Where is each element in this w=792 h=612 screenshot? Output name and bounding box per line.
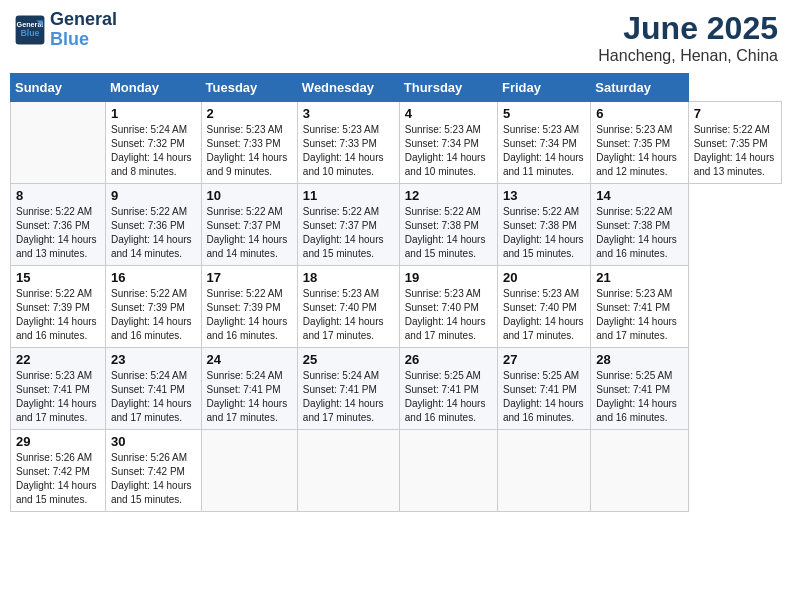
day-number: 26 bbox=[405, 352, 492, 367]
calendar-cell: 25Sunrise: 5:24 AMSunset: 7:41 PMDayligh… bbox=[297, 348, 399, 430]
calendar-cell bbox=[497, 430, 590, 512]
day-number: 19 bbox=[405, 270, 492, 285]
day-header-thursday: Thursday bbox=[399, 74, 497, 102]
day-info: Sunrise: 5:22 AMSunset: 7:38 PMDaylight:… bbox=[503, 205, 585, 261]
calendar-cell: 16Sunrise: 5:22 AMSunset: 7:39 PMDayligh… bbox=[105, 266, 201, 348]
calendar-cell: 24Sunrise: 5:24 AMSunset: 7:41 PMDayligh… bbox=[201, 348, 297, 430]
calendar-cell: 15Sunrise: 5:22 AMSunset: 7:39 PMDayligh… bbox=[11, 266, 106, 348]
calendar-cell: 4Sunrise: 5:23 AMSunset: 7:34 PMDaylight… bbox=[399, 102, 497, 184]
day-header-monday: Monday bbox=[105, 74, 201, 102]
calendar-table: SundayMondayTuesdayWednesdayThursdayFrid… bbox=[10, 73, 782, 512]
day-number: 30 bbox=[111, 434, 196, 449]
day-info: Sunrise: 5:24 AMSunset: 7:41 PMDaylight:… bbox=[111, 369, 196, 425]
logo-icon: General Blue bbox=[14, 14, 46, 46]
day-number: 17 bbox=[207, 270, 292, 285]
empty-cell bbox=[11, 102, 106, 184]
day-header-tuesday: Tuesday bbox=[201, 74, 297, 102]
calendar-cell: 21Sunrise: 5:23 AMSunset: 7:41 PMDayligh… bbox=[591, 266, 688, 348]
calendar-cell: 28Sunrise: 5:25 AMSunset: 7:41 PMDayligh… bbox=[591, 348, 688, 430]
day-number: 27 bbox=[503, 352, 585, 367]
day-info: Sunrise: 5:23 AMSunset: 7:40 PMDaylight:… bbox=[405, 287, 492, 343]
day-info: Sunrise: 5:24 AMSunset: 7:41 PMDaylight:… bbox=[303, 369, 394, 425]
calendar-week-1: 1Sunrise: 5:24 AMSunset: 7:32 PMDaylight… bbox=[11, 102, 782, 184]
page-title: June 2025 bbox=[598, 10, 778, 47]
calendar-cell: 26Sunrise: 5:25 AMSunset: 7:41 PMDayligh… bbox=[399, 348, 497, 430]
day-info: Sunrise: 5:23 AMSunset: 7:33 PMDaylight:… bbox=[207, 123, 292, 179]
calendar-cell: 6Sunrise: 5:23 AMSunset: 7:35 PMDaylight… bbox=[591, 102, 688, 184]
calendar-cell: 20Sunrise: 5:23 AMSunset: 7:40 PMDayligh… bbox=[497, 266, 590, 348]
calendar-cell: 13Sunrise: 5:22 AMSunset: 7:38 PMDayligh… bbox=[497, 184, 590, 266]
calendar-cell: 12Sunrise: 5:22 AMSunset: 7:38 PMDayligh… bbox=[399, 184, 497, 266]
calendar-header-row: SundayMondayTuesdayWednesdayThursdayFrid… bbox=[11, 74, 782, 102]
logo-text: General Blue bbox=[50, 10, 117, 50]
day-number: 5 bbox=[503, 106, 585, 121]
page-header: General Blue General Blue June 2025 Hanc… bbox=[10, 10, 782, 65]
calendar-cell: 30Sunrise: 5:26 AMSunset: 7:42 PMDayligh… bbox=[105, 430, 201, 512]
day-info: Sunrise: 5:25 AMSunset: 7:41 PMDaylight:… bbox=[596, 369, 682, 425]
day-number: 25 bbox=[303, 352, 394, 367]
day-number: 12 bbox=[405, 188, 492, 203]
day-info: Sunrise: 5:23 AMSunset: 7:40 PMDaylight:… bbox=[303, 287, 394, 343]
day-number: 20 bbox=[503, 270, 585, 285]
calendar-cell: 5Sunrise: 5:23 AMSunset: 7:34 PMDaylight… bbox=[497, 102, 590, 184]
logo: General Blue General Blue bbox=[14, 10, 117, 50]
calendar-cell: 10Sunrise: 5:22 AMSunset: 7:37 PMDayligh… bbox=[201, 184, 297, 266]
calendar-cell: 7Sunrise: 5:22 AMSunset: 7:35 PMDaylight… bbox=[688, 102, 781, 184]
day-number: 3 bbox=[303, 106, 394, 121]
calendar-cell: 19Sunrise: 5:23 AMSunset: 7:40 PMDayligh… bbox=[399, 266, 497, 348]
day-info: Sunrise: 5:23 AMSunset: 7:35 PMDaylight:… bbox=[596, 123, 682, 179]
calendar-cell: 14Sunrise: 5:22 AMSunset: 7:38 PMDayligh… bbox=[591, 184, 688, 266]
day-info: Sunrise: 5:22 AMSunset: 7:36 PMDaylight:… bbox=[111, 205, 196, 261]
day-info: Sunrise: 5:24 AMSunset: 7:32 PMDaylight:… bbox=[111, 123, 196, 179]
day-number: 2 bbox=[207, 106, 292, 121]
day-number: 21 bbox=[596, 270, 682, 285]
day-info: Sunrise: 5:22 AMSunset: 7:38 PMDaylight:… bbox=[405, 205, 492, 261]
day-info: Sunrise: 5:26 AMSunset: 7:42 PMDaylight:… bbox=[111, 451, 196, 507]
title-block: June 2025 Hancheng, Henan, China bbox=[598, 10, 778, 65]
day-info: Sunrise: 5:22 AMSunset: 7:37 PMDaylight:… bbox=[207, 205, 292, 261]
day-info: Sunrise: 5:22 AMSunset: 7:39 PMDaylight:… bbox=[207, 287, 292, 343]
day-number: 24 bbox=[207, 352, 292, 367]
calendar-cell: 18Sunrise: 5:23 AMSunset: 7:40 PMDayligh… bbox=[297, 266, 399, 348]
day-info: Sunrise: 5:23 AMSunset: 7:41 PMDaylight:… bbox=[16, 369, 100, 425]
day-number: 14 bbox=[596, 188, 682, 203]
day-header-saturday: Saturday bbox=[591, 74, 688, 102]
day-number: 4 bbox=[405, 106, 492, 121]
day-number: 7 bbox=[694, 106, 776, 121]
day-number: 29 bbox=[16, 434, 100, 449]
calendar-week-2: 8Sunrise: 5:22 AMSunset: 7:36 PMDaylight… bbox=[11, 184, 782, 266]
day-info: Sunrise: 5:24 AMSunset: 7:41 PMDaylight:… bbox=[207, 369, 292, 425]
calendar-cell bbox=[399, 430, 497, 512]
calendar-week-4: 22Sunrise: 5:23 AMSunset: 7:41 PMDayligh… bbox=[11, 348, 782, 430]
day-info: Sunrise: 5:23 AMSunset: 7:41 PMDaylight:… bbox=[596, 287, 682, 343]
calendar-week-3: 15Sunrise: 5:22 AMSunset: 7:39 PMDayligh… bbox=[11, 266, 782, 348]
day-info: Sunrise: 5:22 AMSunset: 7:35 PMDaylight:… bbox=[694, 123, 776, 179]
day-number: 18 bbox=[303, 270, 394, 285]
day-info: Sunrise: 5:22 AMSunset: 7:36 PMDaylight:… bbox=[16, 205, 100, 261]
day-number: 16 bbox=[111, 270, 196, 285]
svg-text:Blue: Blue bbox=[20, 28, 39, 38]
day-number: 1 bbox=[111, 106, 196, 121]
calendar-cell bbox=[591, 430, 688, 512]
calendar-cell: 3Sunrise: 5:23 AMSunset: 7:33 PMDaylight… bbox=[297, 102, 399, 184]
day-header-wednesday: Wednesday bbox=[297, 74, 399, 102]
day-number: 6 bbox=[596, 106, 682, 121]
calendar-cell bbox=[297, 430, 399, 512]
day-info: Sunrise: 5:26 AMSunset: 7:42 PMDaylight:… bbox=[16, 451, 100, 507]
calendar-cell: 22Sunrise: 5:23 AMSunset: 7:41 PMDayligh… bbox=[11, 348, 106, 430]
day-number: 23 bbox=[111, 352, 196, 367]
calendar-week-5: 29Sunrise: 5:26 AMSunset: 7:42 PMDayligh… bbox=[11, 430, 782, 512]
day-info: Sunrise: 5:23 AMSunset: 7:34 PMDaylight:… bbox=[405, 123, 492, 179]
day-number: 9 bbox=[111, 188, 196, 203]
day-info: Sunrise: 5:23 AMSunset: 7:40 PMDaylight:… bbox=[503, 287, 585, 343]
day-info: Sunrise: 5:22 AMSunset: 7:37 PMDaylight:… bbox=[303, 205, 394, 261]
calendar-cell: 23Sunrise: 5:24 AMSunset: 7:41 PMDayligh… bbox=[105, 348, 201, 430]
day-number: 28 bbox=[596, 352, 682, 367]
calendar-cell: 29Sunrise: 5:26 AMSunset: 7:42 PMDayligh… bbox=[11, 430, 106, 512]
day-number: 8 bbox=[16, 188, 100, 203]
day-info: Sunrise: 5:23 AMSunset: 7:34 PMDaylight:… bbox=[503, 123, 585, 179]
calendar-cell: 9Sunrise: 5:22 AMSunset: 7:36 PMDaylight… bbox=[105, 184, 201, 266]
calendar-cell: 11Sunrise: 5:22 AMSunset: 7:37 PMDayligh… bbox=[297, 184, 399, 266]
calendar-cell bbox=[201, 430, 297, 512]
day-number: 11 bbox=[303, 188, 394, 203]
